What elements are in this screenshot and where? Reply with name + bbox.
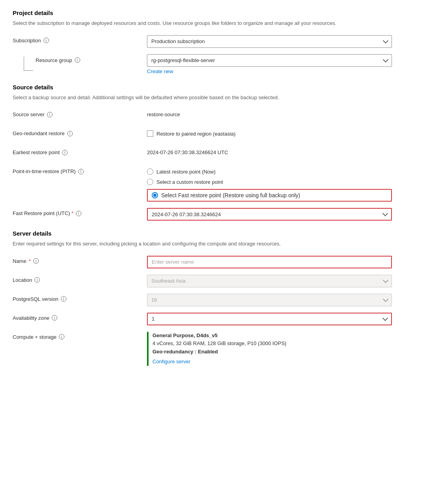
source-server-value: restore-source — [147, 109, 392, 117]
pitr-option-1[interactable]: Latest restore point (Now) — [147, 168, 392, 175]
availability-zone-label: Availability zone i — [13, 313, 147, 321]
availability-zone-control: 1 — [147, 313, 392, 325]
project-details-desc: Select the subscription to manage deploy… — [13, 19, 422, 27]
earliest-restore-info-icon[interactable]: i — [62, 150, 68, 155]
fast-restore-row: Fast Restore point (UTC) * i 2024-07-26 … — [13, 208, 422, 221]
geo-redundant-checkbox-label: Restore to paired region (eastasia) — [156, 131, 235, 137]
compute-storage-value: General Purpose, D4ds_v5 4 vCores, 32 Gi… — [153, 332, 286, 366]
postgresql-version-chevron-icon — [383, 296, 388, 302]
project-details-title: Project details — [13, 9, 422, 16]
geo-redundant-checkbox-row[interactable]: Restore to paired region (eastasia) — [147, 128, 392, 137]
name-input[interactable] — [147, 256, 392, 268]
name-info-icon[interactable]: i — [33, 258, 39, 264]
resource-group-dropdown[interactable]: rg-postgresql-flexible-server — [147, 54, 392, 67]
pitr-label: Point-in-time-restore (PITR) i — [13, 166, 147, 174]
resource-group-chevron-icon — [383, 57, 388, 62]
location-label: Location i — [13, 275, 147, 283]
earliest-restore-value: 2024-07-26 07:30:38.3246624 UTC — [147, 147, 392, 155]
compute-storage-row: Compute + storage i General Purpose, D4d… — [13, 332, 422, 366]
subscription-label: Subscription i — [13, 35, 147, 43]
pitr-option-1-label: Latest restore point (Now) — [156, 169, 216, 175]
compute-storage-info-icon[interactable]: i — [59, 334, 64, 340]
subscription-control: Production subscription — [147, 35, 392, 48]
earliest-restore-row: Earliest restore point i 2024-07-26 07:3… — [13, 147, 422, 160]
geo-redundant-checkbox[interactable] — [147, 130, 153, 137]
postgresql-version-dropdown: 16 — [147, 294, 392, 306]
subscription-info-icon[interactable]: i — [43, 38, 49, 43]
compute-storage-specs: 4 vCores, 32 GiB RAM, 128 GiB storage, P… — [153, 340, 286, 348]
pitr-option-2-label: Select a custom restore point — [156, 179, 223, 185]
geo-redundant-control: Restore to paired region (eastasia) — [147, 128, 392, 137]
source-server-control: restore-source — [147, 109, 392, 117]
geo-redundant-info-icon[interactable]: i — [67, 131, 73, 136]
availability-zone-row: Availability zone i 1 — [13, 313, 422, 325]
pitr-radio-1[interactable] — [147, 168, 153, 175]
availability-zone-info-icon[interactable]: i — [52, 315, 57, 321]
earliest-restore-control: 2024-07-26 07:30:38.3246624 UTC — [147, 147, 392, 155]
fast-restore-chevron-icon — [382, 211, 388, 216]
resource-group-info-icon[interactable]: i — [75, 57, 80, 63]
fast-restore-label: Fast Restore point (UTC) * i — [13, 208, 147, 216]
location-dropdown: Southeast Asia — [147, 275, 392, 287]
source-details-desc: Select a backup source and detail. Addit… — [13, 94, 422, 102]
geo-redundancy: Geo-redundancy : Enabled — [153, 348, 286, 356]
fast-restore-required: * — [72, 210, 73, 216]
subscription-chevron-icon — [383, 38, 388, 43]
resource-group-label: Resource group — [36, 57, 72, 63]
source-server-info-icon[interactable]: i — [47, 112, 53, 117]
geo-redundant-label: Geo-redundant restore i — [13, 128, 147, 136]
pitr-option-2[interactable]: Select a custom restore point — [147, 179, 392, 185]
pitr-option-3-label: Select Fast restore point (Restore using… — [161, 192, 300, 198]
server-details-desc: Enter required settings for this server,… — [13, 240, 422, 248]
fast-restore-dropdown[interactable]: 2024-07-26 07:30:38.3246624 — [147, 208, 392, 221]
name-label: Name * i — [13, 256, 147, 264]
pitr-control: Latest restore point (Now) Select a cust… — [147, 166, 392, 202]
compute-storage-label: Compute + storage i — [13, 332, 147, 340]
create-new-link[interactable]: Create new — [147, 68, 173, 74]
availability-zone-dropdown[interactable]: 1 — [147, 313, 392, 325]
postgresql-version-row: PostgreSQL version i 16 — [13, 294, 422, 306]
pitr-info-icon[interactable]: i — [78, 169, 84, 174]
name-row: Name * i — [13, 256, 422, 268]
compute-storage-green-bar — [147, 332, 149, 366]
pitr-radio-2[interactable] — [147, 179, 153, 185]
fast-restore-control: 2024-07-26 07:30:38.3246624 — [147, 208, 392, 221]
location-chevron-icon — [383, 277, 388, 283]
availability-zone-chevron-icon — [382, 315, 388, 321]
postgresql-version-control: 16 — [147, 294, 392, 306]
geo-redundant-row: Geo-redundant restore i Restore to paire… — [13, 128, 422, 141]
pitr-radio-3-inner — [153, 194, 156, 197]
compute-storage-tier: General Purpose, D4ds_v5 — [153, 332, 286, 340]
compute-storage-container: General Purpose, D4ds_v5 4 vCores, 32 Gi… — [147, 332, 392, 366]
postgresql-version-info-icon[interactable]: i — [61, 296, 66, 302]
postgresql-version-label: PostgreSQL version i — [13, 294, 147, 302]
resource-group-control: rg-postgresql-flexible-server Create new — [147, 54, 392, 74]
subscription-row: Subscription i Production subscription — [13, 35, 422, 48]
location-row: Location i Southeast Asia — [13, 275, 422, 287]
name-required-star: * — [29, 258, 31, 264]
server-details-title: Server details — [13, 230, 422, 237]
subscription-dropdown[interactable]: Production subscription — [147, 35, 392, 48]
pitr-row: Point-in-time-restore (PITR) i Latest re… — [13, 166, 422, 202]
configure-server-link[interactable]: Configure server — [153, 358, 190, 366]
pitr-option-3-box[interactable]: Select Fast restore point (Restore using… — [147, 189, 392, 202]
pitr-radio-3[interactable] — [152, 192, 158, 198]
location-info-icon[interactable]: i — [34, 277, 40, 283]
source-server-label: Source server i — [13, 109, 147, 117]
name-control — [147, 256, 392, 268]
fast-restore-info-icon[interactable]: i — [76, 211, 81, 216]
source-details-title: Source details — [13, 84, 422, 91]
project-details-section: Project details Select the subscription … — [13, 9, 422, 74]
location-control: Southeast Asia — [147, 275, 392, 287]
server-details-section: Server details Enter required settings f… — [13, 230, 422, 366]
earliest-restore-label: Earliest restore point i — [13, 147, 147, 155]
source-details-section: Source details Select a backup source an… — [13, 84, 422, 221]
pitr-radio-group: Latest restore point (Now) Select a cust… — [147, 166, 392, 202]
compute-storage-control: General Purpose, D4ds_v5 4 vCores, 32 Gi… — [147, 332, 392, 366]
resource-group-row: Resource group i rg-postgresql-flexible-… — [13, 54, 422, 74]
source-server-row: Source server i restore-source — [13, 109, 422, 122]
